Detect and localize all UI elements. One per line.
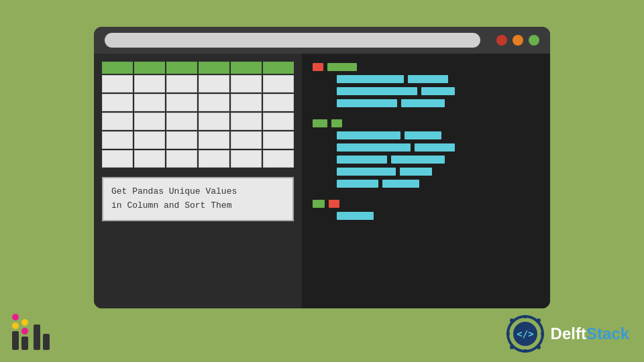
header-cell	[231, 62, 262, 74]
table-cell	[166, 131, 197, 149]
stack-text: Stack	[586, 324, 629, 343]
code-spacer	[313, 192, 539, 196]
code-token-cyan	[408, 75, 448, 83]
header-cell	[263, 62, 294, 74]
spreadsheet-body	[102, 75, 294, 168]
code-line	[313, 87, 539, 95]
svg-text:</>: </>	[517, 328, 533, 339]
window-content: Get Pandas Unique Values in Column and S…	[94, 54, 550, 308]
svg-point-10	[537, 345, 541, 349]
browser-window: Get Pandas Unique Values in Column and S…	[94, 27, 550, 308]
table-row	[102, 113, 294, 130]
table-cell	[166, 150, 197, 168]
minimize-button[interactable]	[513, 35, 523, 46]
code-token-cyan	[421, 87, 455, 95]
table-cell	[102, 150, 133, 168]
svg-point-8	[537, 318, 541, 322]
table-cell	[102, 94, 133, 111]
table-cell	[231, 150, 262, 168]
svg-point-6	[541, 332, 544, 336]
code-token-cyan	[415, 143, 455, 152]
spreadsheet	[102, 62, 294, 168]
code-line	[313, 156, 539, 164]
code-token-green	[327, 63, 357, 71]
code-token-green	[313, 200, 325, 208]
left-panel: Get Pandas Unique Values in Column and S…	[94, 54, 302, 308]
table-row	[102, 75, 294, 93]
maximize-button[interactable]	[529, 35, 539, 46]
delft-text: Delft	[551, 324, 586, 343]
brand-logo-left	[12, 314, 50, 350]
table-cell	[199, 150, 229, 168]
table-cell	[134, 94, 165, 111]
code-token-cyan	[405, 131, 441, 139]
table-row	[102, 131, 294, 149]
titlebar	[94, 27, 550, 54]
header-cell	[134, 62, 165, 74]
code-line	[313, 168, 539, 176]
url-bar[interactable]	[105, 33, 480, 48]
code-line	[313, 143, 539, 152]
table-cell	[263, 113, 294, 130]
code-token-green	[313, 119, 327, 127]
code-token-cyan	[337, 143, 411, 152]
code-token-cyan	[391, 156, 445, 164]
table-cell	[231, 94, 262, 111]
code-token-cyan	[337, 75, 404, 83]
code-token-cyan	[382, 180, 419, 188]
table-cell	[263, 75, 294, 93]
table-cell	[263, 131, 294, 149]
table-cell	[166, 94, 197, 111]
code-token-cyan	[337, 87, 417, 95]
code-token-red	[313, 63, 323, 71]
code-token-cyan	[337, 156, 387, 164]
table-cell	[166, 75, 197, 93]
table-cell	[102, 75, 133, 93]
code-line	[313, 180, 539, 188]
title-line2: in Column and Sort Them	[111, 199, 284, 213]
svg-point-4	[523, 349, 527, 353]
code-line	[313, 75, 539, 83]
code-token-cyan	[400, 168, 432, 176]
table-cell	[166, 113, 197, 130]
close-button[interactable]	[496, 35, 507, 46]
delft-logo-icon: </>	[506, 315, 544, 353]
table-cell	[199, 131, 229, 149]
code-token-cyan	[337, 99, 397, 107]
table-row	[102, 94, 294, 111]
spreadsheet-header	[102, 62, 294, 74]
table-cell	[134, 75, 165, 93]
table-cell	[134, 150, 165, 168]
code-line	[313, 200, 539, 208]
table-cell	[134, 113, 165, 130]
delftstack-wordmark: DelftStack	[551, 324, 629, 343]
table-cell	[263, 94, 294, 111]
table-cell	[134, 131, 165, 149]
code-token-green	[331, 119, 342, 127]
table-cell	[231, 131, 262, 149]
code-token-red	[329, 200, 339, 208]
code-token-cyan	[337, 180, 378, 188]
code-spacer	[313, 111, 539, 115]
table-cell	[199, 94, 229, 111]
code-token-cyan	[401, 99, 445, 107]
svg-point-5	[506, 332, 510, 336]
table-cell	[199, 75, 229, 93]
table-row	[102, 150, 294, 168]
table-cell	[102, 113, 133, 130]
code-line	[313, 212, 539, 220]
code-token-cyan	[337, 212, 374, 220]
header-cell	[102, 62, 133, 74]
svg-point-9	[510, 345, 514, 349]
table-cell	[263, 150, 294, 168]
brand-logo-right: </> DelftStack	[506, 315, 629, 353]
code-line	[313, 63, 539, 71]
code-line	[313, 131, 539, 139]
svg-point-7	[510, 318, 514, 322]
code-token-cyan	[337, 168, 396, 176]
code-panel	[302, 54, 550, 308]
code-line	[313, 119, 539, 127]
table-cell	[199, 113, 229, 130]
table-cell	[102, 131, 133, 149]
code-line	[313, 99, 539, 107]
